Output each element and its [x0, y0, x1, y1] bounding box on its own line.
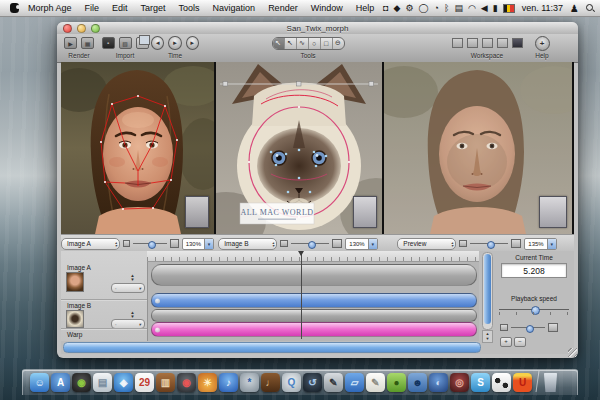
shield-icon[interactable]: ◘ [383, 0, 388, 16]
exclude-tool-icon[interactable]: ⊖ [333, 38, 344, 49]
pan-slider[interactable] [291, 240, 329, 248]
dock-icon-ical[interactable]: 29 [135, 373, 154, 392]
add-keyframe-button[interactable]: + [500, 337, 512, 347]
select-tool-icon[interactable]: ↖ [273, 38, 285, 49]
import-image-a-icon[interactable]: ▪ [102, 37, 115, 49]
dock-icon-safari[interactable]: ◈ [114, 373, 133, 392]
spotlight-search-icon[interactable] [586, 4, 594, 12]
boot-camp-icon[interactable]: ◆ [393, 0, 400, 16]
dock-icon-blue-folder[interactable]: ▱ [345, 373, 364, 392]
battery-icon[interactable]: ▮ [493, 0, 498, 16]
dock-icon-magnet[interactable]: U [513, 373, 532, 392]
menu-item[interactable]: Navigation [213, 3, 256, 13]
navigator-thumbnail[interactable] [539, 196, 567, 228]
image-b-track-thumbnail[interactable] [66, 310, 84, 328]
dock-icon-camera-lens[interactable]: ◎ [450, 373, 469, 392]
menu-item[interactable]: Tools [179, 3, 200, 13]
rectangle-tool-icon[interactable]: □ [321, 38, 333, 49]
dock-icon-textedit[interactable]: ✎ [366, 373, 385, 392]
current-time-field[interactable]: 5.208 [501, 263, 567, 278]
curve-tool-icon[interactable]: ∿ [297, 38, 309, 49]
dock-icon-quicktime[interactable]: Q [282, 373, 301, 392]
dock-icon-appstore[interactable]: A [51, 373, 70, 392]
zoom-level-popup[interactable]: 130% ▾ [182, 238, 214, 250]
stepper-icon[interactable]: ▲▼ [128, 311, 137, 319]
workspace-layout-4-icon[interactable] [497, 38, 508, 48]
dock-icon-blue-avatar[interactable]: ☻ [408, 373, 427, 392]
timeline-vertical-scrollbar[interactable] [482, 252, 493, 330]
import-layers-icon[interactable] [136, 37, 149, 49]
menu-item[interactable]: Help [356, 3, 375, 13]
source-popup[interactable]: Image A ▴▾ [61, 238, 120, 250]
zoom-level-popup[interactable]: 135% ▾ [524, 238, 556, 250]
trash-icon[interactable] [543, 373, 558, 392]
resize-grip[interactable] [568, 348, 577, 357]
gear-icon[interactable]: ⚙ [405, 0, 413, 16]
timeline-horizontal-scrollbar[interactable] [63, 342, 481, 353]
menu-item[interactable]: Morph Age [28, 3, 72, 13]
dock-icon-s-app[interactable]: S [471, 373, 490, 392]
source-popup[interactable]: Preview ▴▾ [397, 238, 456, 250]
image-a-curve-bar[interactable] [151, 293, 477, 308]
image-a-track-bar[interactable] [151, 264, 477, 286]
import-image-b-icon[interactable]: ▧ [119, 37, 132, 49]
step-back-button[interactable]: ◄ [151, 36, 164, 50]
menu-item[interactable]: Window [311, 3, 343, 13]
image-a-track-thumbnail[interactable] [66, 272, 84, 292]
fast-user-switch-icon[interactable]: ♟ [570, 3, 579, 14]
remove-keyframe-button[interactable]: − [514, 337, 526, 347]
step-forward-button[interactable]: ► [186, 36, 199, 50]
image-a-panel[interactable] [61, 62, 214, 234]
source-popup[interactable]: Image B ▴▾ [218, 238, 277, 250]
menu-item[interactable]: File [85, 3, 100, 13]
belgian-flag-icon[interactable] [503, 4, 515, 13]
scrollbar-arrows-icon[interactable]: ▲▼ [482, 330, 493, 343]
warp-curve-bar[interactable] [151, 322, 477, 337]
wifi-icon[interactable]: ◠ [468, 0, 476, 16]
dock-icon-planet[interactable]: ◐ [429, 373, 448, 392]
apple-menu-icon[interactable] [10, 3, 19, 13]
dock-icon-pen-app[interactable]: ✎ [324, 373, 343, 392]
bluetooth-icon[interactable]: ᛒ [444, 0, 449, 16]
dock-icon-finder[interactable]: ☺ [30, 373, 49, 392]
sync-icon[interactable]: ◯ [418, 0, 428, 16]
dock-icon-preview[interactable]: ▤ [93, 373, 112, 392]
image-b-panel[interactable]: ALL MAC WORLD [216, 62, 382, 234]
dock-icon-iweb[interactable]: * [240, 373, 259, 392]
render-movie-icon[interactable]: ▶ [64, 37, 77, 49]
workspace-layout-2-icon[interactable] [467, 38, 478, 48]
pan-slider[interactable] [470, 240, 508, 248]
menu-item[interactable]: Edit [112, 3, 128, 13]
render-image-icon[interactable]: ▦ [81, 37, 94, 49]
menu-item[interactable]: Render [268, 3, 298, 13]
ellipse-tool-icon[interactable]: ○ [309, 38, 321, 49]
direct-select-tool-icon[interactable]: ↖ [285, 38, 297, 49]
dock-icon-photo-booth[interactable]: ◉ [177, 373, 196, 392]
workspace-layout-3-icon[interactable] [482, 38, 493, 48]
dock-icon-time-machine[interactable]: ↺ [303, 373, 322, 392]
play-button[interactable]: ► [168, 36, 181, 50]
zoom-level-popup[interactable]: 130% ▾ [345, 238, 377, 250]
pan-slider[interactable] [133, 240, 166, 248]
help-icon[interactable]: + [535, 36, 550, 51]
preview-panel[interactable] [384, 62, 572, 234]
dock-icon-iphoto[interactable]: ☀ [198, 373, 217, 392]
time-machine-status-icon[interactable]: ◔ [434, 0, 439, 16]
displays-icon[interactable]: ▤ [454, 0, 463, 16]
navigator-thumbnail[interactable] [353, 196, 377, 228]
dock-icon-itunes[interactable]: ♪ [219, 373, 238, 392]
volume-icon[interactable]: ◀ [481, 0, 488, 16]
playhead[interactable] [301, 251, 302, 339]
playback-speed-slider[interactable] [499, 305, 569, 313]
timeline-ruler[interactable] [147, 251, 479, 262]
menu-clock[interactable]: ven. 11:37 [522, 3, 563, 13]
workspace-layout-5-icon[interactable] [512, 38, 523, 48]
image-b-track-bar[interactable] [151, 309, 477, 322]
menu-item[interactable]: Target [141, 3, 166, 13]
dock-icon-garageband[interactable]: ♩ [261, 373, 280, 392]
dock-icon-cow[interactable] [492, 373, 511, 392]
dock-icon-dashboard[interactable]: ◉ [72, 373, 91, 392]
track-options-popup[interactable]: ◦▾ [111, 283, 145, 293]
stepper-icon[interactable]: ▲▼ [128, 274, 137, 282]
workspace-layout-1-icon[interactable] [452, 38, 463, 48]
